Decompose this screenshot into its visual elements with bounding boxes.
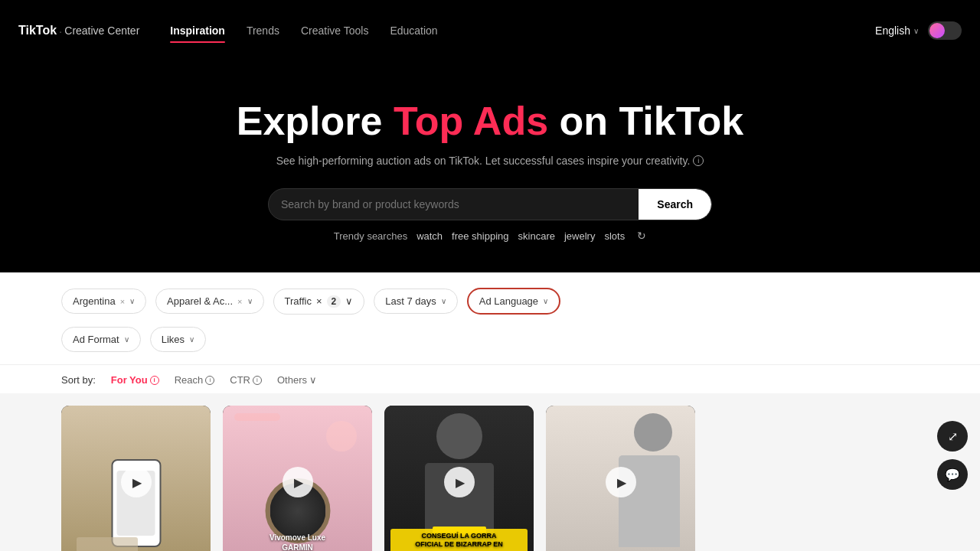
sort-others[interactable]: Others ∨ [277,374,317,386]
filter-country[interactable]: Argentina × ∨ [61,289,146,314]
play-button-4[interactable]: ▶ [606,467,636,497]
video-card-4[interactable]: ▶ [546,406,695,551]
filter-likes-label: Likes [162,334,185,345]
trendy-tag-jewelry[interactable]: jewelry [564,230,595,242]
filter-period[interactable]: Last 7 days ∨ [374,289,458,314]
search-button[interactable]: Search [639,189,711,220]
filter-objective[interactable]: Traffic × 2 ∨ [273,289,365,315]
sort-for-you-label: For You [111,374,148,386]
video-card-1[interactable]: ▶ [61,406,211,551]
filter-ad-language[interactable]: Ad Language ∨ [467,288,560,315]
share-icon: ⤢ [948,429,958,444]
caption-text-2: Vivomove LuxeGARMIN [229,533,366,551]
filter-country-close[interactable]: × [120,297,125,306]
play-button-3[interactable]: ▶ [444,467,475,497]
sort-for-you[interactable]: For You i [111,374,159,386]
nav-items: Inspiration Trends Creative Tools Educat… [170,21,851,40]
filter-row-1: Argentina × ∨ Apparel & Ac... × ∨ Traffi… [61,288,919,315]
trendy-tag-slots[interactable]: slots [604,230,625,242]
hero-title: Explore Top Ads on TikTok [0,98,980,144]
video-thumb-3: ▶ CONSEGUÍ LA GORRAOFICIAL DE BIZARRAP E… [384,406,534,551]
video-caption-2: Vivomove LuxeGARMIN [229,533,366,551]
filter-likes[interactable]: Likes ∨ [150,327,206,352]
sort-others-label: Others [277,374,307,386]
hero-title-highlight: Top Ads [394,99,548,143]
play-icon-3: ▶ [456,475,465,490]
filter-category-close[interactable]: × [237,297,242,306]
filter-row-2: Ad Format ∨ Likes ∨ [61,327,919,352]
filter-ad-format-chevron: ∨ [124,335,129,344]
play-icon-1: ▶ [132,475,142,490]
filter-objective-close[interactable]: × [316,295,322,307]
filter-country-label: Argentina [73,295,116,307]
play-icon-4: ▶ [617,475,626,490]
sort-reach-info[interactable]: i [205,376,214,385]
sort-ctr[interactable]: CTR i [230,374,262,386]
play-button-1[interactable]: ▶ [121,467,152,497]
filter-period-label: Last 7 days [385,295,436,307]
filter-objective-badge: 2 [327,295,341,308]
nav-item-education[interactable]: Education [390,21,437,40]
video-thumb-4: ▶ [546,406,695,551]
sort-reach-label: Reach [175,374,204,386]
filter-category-label: Apparel & Ac... [167,295,233,307]
language-label: English [875,24,910,37]
sort-label: Sort by: [61,374,96,386]
play-button-2[interactable]: ▶ [283,467,313,497]
chat-button[interactable]: 💬 [937,459,968,490]
video-thumb-1: ▶ [61,406,211,551]
navbar-right: English ∨ [875,21,962,40]
sort-others-chevron: ∨ [309,374,317,386]
brand-subtitle: Creative Center [64,24,139,37]
filter-ad-language-label: Ad Language [479,295,538,307]
sort-reach[interactable]: Reach i [175,374,215,386]
brand-separator: · [59,24,62,37]
navbar: TikTok · Creative Center Inspiration Tre… [0,0,980,61]
nav-item-inspiration[interactable]: Inspiration [170,21,225,40]
sort-ctr-label: CTR [230,374,250,386]
filter-category[interactable]: Apparel & Ac... × ∨ [155,289,263,314]
hero-subtitle: See high-performing auction ads on TikTo… [0,155,980,167]
trendy-searches: Trendy searches watch free shipping skin… [0,230,980,242]
hero-title-after: on TikTok [548,99,743,143]
video-caption-3: CONSEGUÍ LA GORRAOFICIAL DE BIZARRAP EN [390,529,528,551]
brand-name: TikTok [18,24,57,37]
filter-ad-language-chevron: ∨ [543,297,548,305]
brand-logo[interactable]: TikTok · Creative Center [18,24,139,37]
video-card-3[interactable]: ▶ CONSEGUÍ LA GORRAOFICIAL DE BIZARRAP E… [384,406,534,551]
play-icon-2: ▶ [294,475,303,490]
trendy-label: Trendy searches [334,230,407,242]
filter-objective-label: Traffic [285,295,312,307]
filter-period-chevron: ∨ [441,297,446,305]
info-icon[interactable]: i [693,155,704,166]
video-thumb-2: ▶ Vivomove LuxeGARMIN [223,406,372,551]
filter-likes-chevron: ∨ [189,335,194,344]
filter-category-chevron: ∨ [247,297,253,305]
avatar-dot [929,23,945,38]
filter-objective-chevron: ∨ [345,295,353,307]
filter-ad-format[interactable]: Ad Format ∨ [61,327,141,352]
nav-item-creative-tools[interactable]: Creative Tools [301,21,368,40]
hero-title-before: Explore [237,99,394,143]
search-input[interactable] [269,189,639,220]
floating-buttons: ⤢ 💬 [937,421,968,490]
sort-row: Sort by: For You i Reach i CTR i Others … [0,365,980,393]
sort-for-you-info[interactable]: i [150,376,159,385]
video-grid: ▶ ▶ Vivomove LuxeGARMIN [0,393,980,551]
hero-subtitle-text: See high-performing auction ads on TikTo… [276,155,691,167]
hero-section: Explore Top Ads on TikTok See high-perfo… [0,61,980,272]
filter-country-chevron: ∨ [129,297,135,305]
trendy-tag-free-shipping[interactable]: free shipping [452,230,508,242]
nav-item-trends[interactable]: Trends [247,21,279,40]
sort-ctr-info[interactable]: i [253,376,262,385]
trendy-tag-watch[interactable]: watch [416,230,443,242]
avatar-toggle[interactable] [928,21,962,40]
video-card-2[interactable]: ▶ Vivomove LuxeGARMIN [223,406,372,551]
language-chevron: ∨ [913,27,919,35]
share-button[interactable]: ⤢ [937,421,968,452]
trendy-tag-skincare[interactable]: skincare [518,230,555,242]
language-selector[interactable]: English ∨ [875,24,919,37]
search-bar: Search [268,188,712,220]
caption-text-3: CONSEGUÍ LA GORRAOFICIAL DE BIZARRAP EN [390,529,528,551]
refresh-icon[interactable]: ↻ [637,230,646,242]
